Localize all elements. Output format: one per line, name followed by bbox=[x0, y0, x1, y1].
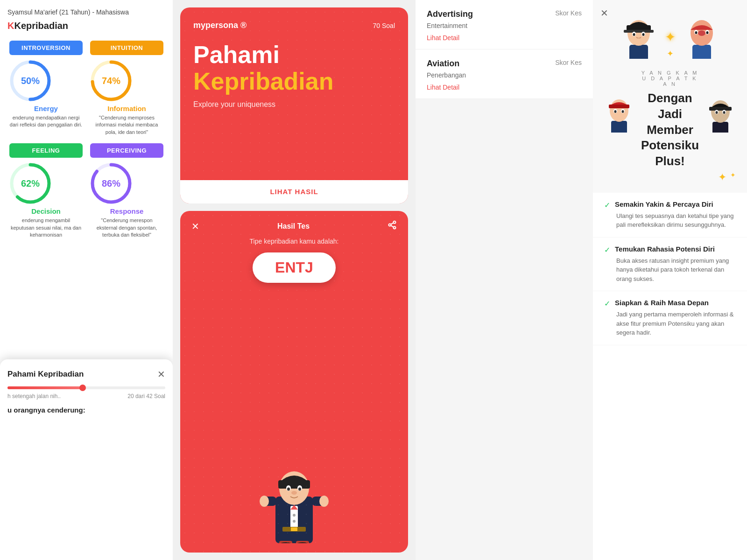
check-icon-3: ✓ bbox=[604, 299, 610, 308]
svg-point-20 bbox=[291, 491, 297, 495]
svg-point-28 bbox=[319, 496, 329, 507]
career-aviation-detail[interactable]: Lihat Detail bbox=[427, 84, 582, 91]
side-char-row: Y A N G K A M U D A P A T K A N Dengan J… bbox=[604, 61, 736, 169]
modal-header: Pahami Kepribadian ✕ bbox=[7, 369, 165, 380]
char-clown bbox=[683, 17, 720, 59]
svg-point-65 bbox=[723, 111, 726, 114]
member-close-button[interactable]: ✕ bbox=[600, 7, 608, 19]
panel-career: Advertising Skor Kes Entertainment Lihat… bbox=[416, 0, 593, 560]
svg-point-49 bbox=[706, 31, 708, 34]
check-icon-1: ✓ bbox=[604, 201, 610, 210]
star-icon: ✦ bbox=[665, 29, 676, 45]
trait-desc-3: "Cenderung merespon eksternal dengan spo… bbox=[90, 217, 163, 238]
benefit-3: ✓ Siapkan & Raih Masa Depan Jadi yang pe… bbox=[593, 291, 747, 345]
modal-close-button[interactable]: ✕ bbox=[157, 369, 165, 380]
traits-grid: INTROVERSION 50% Energy enderung mendapa… bbox=[0, 37, 173, 242]
benefit-1: ✓ Semakin Yakin & Percaya Diri Ulangi te… bbox=[593, 193, 747, 238]
hasil-header: ✕ Hasil Tes bbox=[191, 220, 397, 232]
char-left bbox=[604, 98, 634, 133]
svg-rect-50 bbox=[692, 45, 711, 59]
career-item-advertising: Advertising Skor Kes Entertainment Lihat… bbox=[416, 0, 593, 49]
trait-card-1: INTUITION 74% Information "Cenderung mem… bbox=[86, 37, 167, 140]
star-icon-small: ✦ bbox=[667, 49, 674, 59]
hasil-close-button[interactable]: ✕ bbox=[191, 221, 199, 232]
hasil-title: Hasil Tes bbox=[277, 222, 310, 231]
circle-wrap-3: 86% bbox=[90, 162, 132, 204]
member-title-main: Dengan Jadi Member Potensiku Plus! bbox=[640, 91, 700, 169]
svg-point-18 bbox=[287, 488, 290, 491]
svg-rect-66 bbox=[712, 122, 728, 133]
svg-rect-37 bbox=[624, 30, 654, 33]
mypersona-footer: LIHAT HASIL bbox=[180, 180, 408, 203]
benefit-2: ✓ Temukan Rahasia Potensi Diri Buka akse… bbox=[593, 238, 747, 292]
svg-point-40 bbox=[633, 33, 635, 36]
benefit-3-title: Siapkan & Raih Masa Depan bbox=[615, 299, 709, 307]
circle-percent-3: 86% bbox=[102, 178, 120, 189]
check-icon-2: ✓ bbox=[604, 245, 610, 254]
svg-rect-61 bbox=[709, 107, 732, 111]
trait-badge-2: FEELING bbox=[9, 143, 83, 158]
circle-wrap-2: 62% bbox=[9, 162, 51, 204]
benefit-1-desc: Ulangi tes sepuasnya dan ketahui tipe ya… bbox=[604, 211, 736, 230]
svg-point-56 bbox=[614, 110, 617, 113]
svg-point-43 bbox=[633, 38, 644, 46]
svg-point-9 bbox=[388, 224, 391, 226]
modal-title: Pahami Kepribadian bbox=[7, 370, 84, 379]
lihat-hasil-button[interactable]: LIHAT HASIL bbox=[270, 188, 318, 196]
svg-point-59 bbox=[614, 115, 624, 122]
trait-desc-2: enderung mengambil keputusan sesuai nila… bbox=[9, 217, 83, 238]
trait-name-3: Response bbox=[90, 207, 163, 215]
mypersona-title1: Pahami bbox=[193, 42, 395, 68]
progress-info: h setengah jalan nih.. 20 dari 42 Soal bbox=[7, 393, 165, 399]
career-aviation-subtitle: Penerbangan bbox=[427, 71, 582, 79]
member-chars: ✦ ✦ bbox=[604, 17, 736, 59]
star-deco-1: ✦ bbox=[718, 171, 726, 183]
panel-kepribadian: Syamsul Ma'arief (21 Tahun) - Mahasiswa … bbox=[0, 0, 173, 560]
trait-card-2: FEELING 62% Decision enderung mengambil … bbox=[6, 140, 86, 242]
svg-point-57 bbox=[622, 110, 624, 113]
trait-desc-0: enderung mendapatkan nergi dari refleksi… bbox=[9, 114, 83, 129]
benefit-1-header: ✓ Semakin Yakin & Percaya Diri bbox=[604, 200, 736, 210]
career-spacer bbox=[416, 99, 593, 560]
benefit-2-desc: Buka akses ratusan insight premium yang … bbox=[604, 256, 736, 284]
svg-point-51 bbox=[696, 38, 707, 46]
career-advertising-score: Skor Kes bbox=[555, 9, 582, 17]
career-advertising-detail[interactable]: Lihat Detail bbox=[427, 34, 582, 42]
user-info: Syamsul Ma'arief (21 Tahun) - Mahasiswa bbox=[0, 0, 173, 21]
svg-point-45 bbox=[698, 30, 705, 36]
trait-desc-1: "Cenderung memproses informasi melalui m… bbox=[90, 114, 163, 136]
progress-fill bbox=[7, 386, 83, 389]
svg-point-19 bbox=[298, 488, 301, 491]
svg-point-41 bbox=[642, 33, 644, 36]
svg-point-64 bbox=[716, 111, 718, 114]
yang-label: Y A N G K A M U D A P A T K A N bbox=[640, 70, 700, 87]
career-advertising-name: Advertising bbox=[427, 9, 473, 19]
mypersona-subtitle: Explore your uniqueness bbox=[193, 100, 395, 109]
circle-wrap-0: 50% bbox=[9, 60, 51, 102]
svg-line-12 bbox=[391, 223, 394, 224]
svg-rect-15 bbox=[278, 480, 310, 489]
benefits-list: ✓ Semakin Yakin & Percaya Diri Ulangi te… bbox=[593, 193, 747, 345]
benefit-3-desc: Jadi yang pertama memperoleh informasi &… bbox=[604, 310, 736, 337]
hasil-share-button[interactable] bbox=[388, 220, 397, 232]
trait-badge-0: INTROVERSION bbox=[9, 41, 83, 55]
star-decorations: ✦ ✦ bbox=[604, 171, 736, 183]
panel-member: ✕ ✦ ✦ bbox=[593, 0, 747, 560]
circle-percent-0: 50% bbox=[21, 76, 40, 86]
member-text-block: Y A N G K A M U D A P A T K A N Dengan J… bbox=[640, 61, 700, 169]
progress-left: h setengah jalan nih.. bbox=[7, 393, 61, 399]
trait-card-0: INTROVERSION 50% Energy enderung mendapa… bbox=[6, 37, 86, 140]
mypersona-card: mypersona ® 70 Soal Pahami Kepribadian E… bbox=[180, 7, 408, 203]
career-aviation-score: Skor Kes bbox=[555, 59, 582, 66]
progress-dot bbox=[79, 385, 86, 391]
career-advertising-subtitle: Entertainment bbox=[427, 22, 582, 29]
career-item-aviation: Aviation Skor Kes Penerbangan Lihat Deta… bbox=[416, 49, 593, 99]
svg-point-10 bbox=[393, 226, 395, 229]
svg-line-11 bbox=[391, 225, 394, 227]
circle-percent-1: 74% bbox=[102, 76, 120, 86]
trait-card-3: PERCEIVING 86% Response "Cenderung meres… bbox=[86, 140, 167, 242]
svg-point-23 bbox=[293, 514, 296, 517]
benefit-1-title: Semakin Yakin & Percaya Diri bbox=[615, 200, 713, 208]
hasil-subtitle: Tipe kepribadian kamu adalah: bbox=[250, 238, 339, 245]
benefit-2-header: ✓ Temukan Rahasia Potensi Diri bbox=[604, 245, 736, 254]
